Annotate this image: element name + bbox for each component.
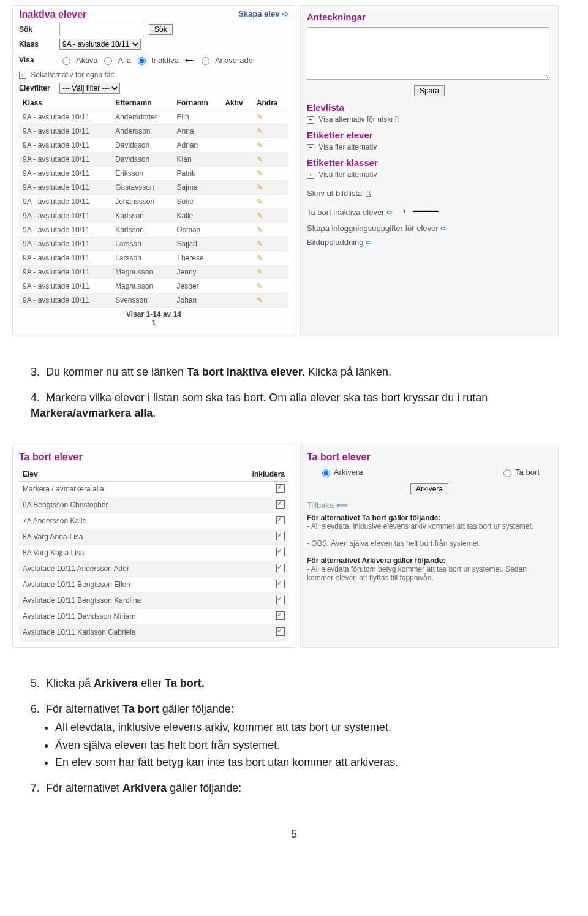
- cell-efternamn: Davidsson: [111, 153, 173, 167]
- remove-students-right: Ta bort elever Arkivera Ta bort Arkivera…: [300, 445, 559, 648]
- cell-edit[interactable]: ✎: [253, 223, 288, 237]
- pager-page: 1: [152, 319, 156, 327]
- cell-aktiv: [221, 195, 252, 209]
- cell-edit[interactable]: ✎: [253, 138, 288, 153]
- col-fornamn: Förnamn: [173, 96, 222, 110]
- cell-klass: 9A - avslutade 10/11: [19, 237, 111, 251]
- cell-aktiv: [221, 110, 252, 124]
- table-row: 9A - avslutade 10/11KarlssonOsman✎: [19, 223, 288, 237]
- col-klass: Klass: [19, 96, 111, 110]
- cell-edit[interactable]: ✎: [253, 251, 288, 265]
- remove-table: Elev Inkludera Markera / avmarkera alla …: [19, 467, 288, 641]
- back-label: Tillbaka: [307, 501, 334, 510]
- cell-klass: 9A - avslutade 10/11: [19, 279, 111, 293]
- radio-tabort[interactable]: [503, 469, 511, 477]
- cell-elev: Avslutade 10/11 Andersson Ader: [19, 561, 224, 577]
- radio-inaktiva-label: Inaktiva: [151, 56, 179, 65]
- checkbox-include[interactable]: [276, 611, 285, 620]
- checkbox-include[interactable]: [276, 627, 285, 636]
- cell-edit[interactable]: ✎: [253, 195, 288, 209]
- col-andra: Ändra: [253, 96, 288, 110]
- cell-edit[interactable]: ✎: [253, 279, 288, 293]
- checkbox-include[interactable]: [276, 516, 285, 524]
- cell-edit[interactable]: ✎: [253, 153, 288, 167]
- cell-edit[interactable]: ✎: [253, 209, 288, 223]
- pencil-icon: ✎: [257, 282, 263, 290]
- table-row: 9A - avslutade 10/11JohansssonSofie✎: [19, 195, 288, 209]
- radio-alla[interactable]: [104, 57, 112, 65]
- cell-elev: 7A Andersson Kalle: [19, 513, 224, 529]
- cell-klass: 9A - avslutade 10/11: [19, 167, 111, 181]
- cell-efternamn: Larsson: [111, 251, 173, 265]
- etik-elever-toggle[interactable]: + Visa fler alternativ: [307, 143, 552, 151]
- cell-elev: Avslutade 10/11 Davidsson Miriam: [19, 608, 224, 624]
- pencil-icon: ✎: [257, 254, 263, 262]
- arrow-right-icon: ➪: [366, 238, 372, 247]
- checkbox-include[interactable]: [276, 596, 285, 604]
- etik-klass-opt-label: Visa fler alternativ: [318, 170, 377, 179]
- cell-fornamn: Jenny: [173, 265, 222, 279]
- cell-edit[interactable]: ✎: [253, 110, 288, 124]
- col-inkludera: Inkludera: [224, 467, 288, 482]
- table-row: 8A Varg Anna-Lisa: [19, 529, 288, 545]
- search-input[interactable]: [59, 23, 145, 36]
- radio-aktiva[interactable]: [62, 57, 70, 65]
- class-select[interactable]: 9A - avslutade 10/11: [59, 39, 141, 50]
- cell-klass: 9A - avslutade 10/11: [19, 195, 111, 209]
- elevlista-toggle[interactable]: + Visa alternativ för utskrift: [307, 115, 552, 124]
- arrow-right-icon: ➪: [282, 9, 288, 18]
- radio-arkiverade[interactable]: [202, 57, 209, 65]
- cell-elev: 8A Varg Kajsa Lisa: [19, 545, 224, 561]
- step-5: 5. Klicka på Arkivera eller Ta bort.: [31, 676, 557, 691]
- cell-edit[interactable]: ✎: [253, 265, 288, 279]
- cell-edit[interactable]: ✎: [253, 167, 288, 181]
- col-elev: Elev: [19, 467, 224, 482]
- checkbox-include[interactable]: [276, 548, 285, 556]
- cell-edit[interactable]: ✎: [253, 181, 288, 195]
- cell-fornamn: Kalle: [173, 209, 222, 223]
- cell-fornamn: Sofie: [173, 195, 222, 209]
- etik-klass-toggle[interactable]: + Visa fler alternativ: [307, 170, 552, 179]
- notes-textarea[interactable]: [307, 27, 549, 80]
- radio-arkivera[interactable]: [322, 469, 330, 477]
- step-4: 4. Markera vilka elever i listan som ska…: [31, 390, 557, 420]
- link-remove-inactive[interactable]: Ta bort inaktiva elever ➪ ←——: [307, 200, 552, 221]
- etik-klass-title: Etiketter klasser: [307, 157, 552, 168]
- cell-edit[interactable]: ✎: [253, 293, 288, 308]
- pencil-icon: ✎: [257, 113, 263, 121]
- checkbox-include[interactable]: [276, 564, 285, 572]
- link-upload[interactable]: Bilduppladdning ➪: [307, 235, 552, 249]
- cell-fornamn: Johan: [173, 293, 222, 308]
- pencil-icon: ✎: [257, 225, 263, 234]
- pager-text: Visar 1-14 av 14: [126, 310, 181, 319]
- table-row: Avslutade 10/11 Davidsson Miriam: [19, 608, 288, 624]
- remove-students-left: Ta bort elever Elev Inkludera Markera / …: [12, 445, 295, 648]
- search-button[interactable]: Sök: [149, 24, 173, 35]
- table-row: 9A - avslutade 10/11SvenssonJohan✎: [19, 293, 288, 308]
- arkivera-button[interactable]: Arkivera: [410, 483, 448, 494]
- checkbox-mark-all[interactable]: [276, 484, 285, 493]
- back-link[interactable]: Tillbaka ⟸: [307, 501, 552, 510]
- cell-edit[interactable]: ✎: [253, 124, 288, 138]
- table-row: 7A Andersson Kalle: [19, 513, 288, 529]
- cell-aktiv: [221, 181, 252, 195]
- sidebar-panel: Anteckningar Spara Elevlista + Visa alte…: [300, 5, 559, 336]
- create-student-link[interactable]: Skapa elev ➪: [238, 9, 288, 18]
- filter-select[interactable]: --- Välj filter ---: [59, 83, 120, 94]
- link-create-logins[interactable]: Skapa inloggningsuppgifter för elever ➪: [307, 221, 552, 235]
- save-button[interactable]: Spara: [414, 85, 445, 96]
- col-efternamn: Efternamn: [111, 96, 173, 110]
- plus-icon: +: [19, 72, 26, 79]
- checkbox-include[interactable]: [276, 500, 285, 509]
- link-logins-label: Skapa inloggningsuppgifter för elever: [307, 224, 439, 233]
- own-fields-toggle[interactable]: + Sökalternativ för egna fält: [19, 70, 288, 79]
- checkbox-include[interactable]: [276, 532, 285, 540]
- radio-inaktiva[interactable]: [138, 57, 146, 65]
- pencil-icon: ✎: [257, 183, 263, 192]
- cell-edit[interactable]: ✎: [253, 237, 288, 251]
- cell-klass: 9A - avslutade 10/11: [19, 110, 111, 124]
- elevlista-title: Elevlista: [307, 102, 552, 113]
- table-row: 9A - avslutade 10/11DavidssonKian✎: [19, 153, 288, 167]
- link-bildlista[interactable]: Skriv ut bildlista 🖨: [307, 186, 552, 200]
- checkbox-include[interactable]: [276, 580, 285, 588]
